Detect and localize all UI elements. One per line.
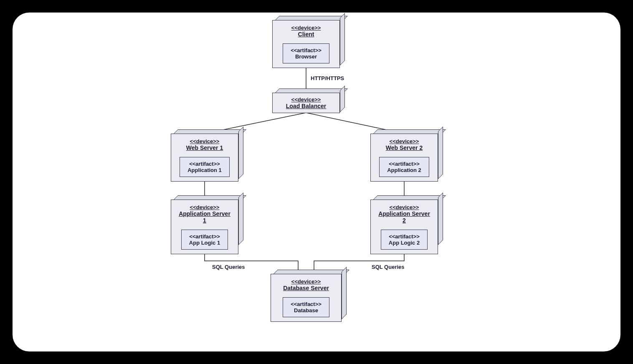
client-artifact: <<artifact>> Browser: [283, 43, 329, 63]
db-stereotype: <<device>>: [278, 278, 334, 285]
web2-name: Web Server 2: [377, 144, 431, 151]
app1-artifact-stereotype: <<artifact>>: [189, 233, 220, 240]
node-web-server-1: <<device>> Web Server 1 <<artifact>> App…: [171, 134, 238, 182]
app1-name: Application Server 1: [178, 210, 231, 224]
app2-artifact-stereotype: <<artifact>>: [389, 233, 420, 240]
node-client: <<device>> Client <<artifact>> Browser: [272, 20, 340, 68]
db-name: Database Server: [278, 285, 334, 291]
web1-artifact-name: Application 1: [187, 167, 222, 173]
db-artifact-name: Database: [291, 307, 322, 313]
node-load-balancer: <<device>> Load Balancer: [272, 93, 340, 113]
node-app-server-2: <<device>> Application Server 2 <<artifa…: [370, 200, 438, 254]
client-artifact-stereotype: <<artifact>>: [291, 47, 322, 53]
lb-stereotype: <<device>>: [281, 96, 331, 103]
client-stereotype: <<device>>: [279, 25, 333, 31]
app2-name: Application Server 2: [377, 210, 431, 224]
app2-artifact-name: App Logic 2: [389, 240, 420, 246]
web1-stereotype: <<device>>: [178, 138, 231, 144]
db-artifact: <<artifact>> Database: [283, 297, 329, 317]
app1-artifact: <<artifact>> App Logic 1: [181, 230, 228, 250]
web2-artifact-stereotype: <<artifact>>: [387, 161, 421, 167]
edge-label-sql1: SQL Queries: [212, 264, 245, 270]
web2-artifact: <<artifact>> Application 2: [379, 157, 429, 177]
diagram-canvas: HTTP/HTTPS SQL Queries SQL Queries <<dev…: [13, 13, 620, 351]
client-artifact-name: Browser: [291, 53, 322, 60]
edge-label-http: HTTP/HTTPS: [311, 75, 344, 81]
lb-name: Load Balancer: [281, 103, 331, 109]
node-app-server-1: <<device>> Application Server 1 <<artifa…: [171, 200, 238, 254]
edge-label-sql2: SQL Queries: [372, 264, 405, 270]
db-artifact-stereotype: <<artifact>>: [291, 301, 322, 307]
web1-name: Web Server 1: [178, 144, 231, 151]
web2-stereotype: <<device>>: [377, 138, 431, 144]
node-web-server-2: <<device>> Web Server 2 <<artifact>> App…: [370, 134, 438, 182]
web2-artifact-name: Application 2: [387, 167, 421, 173]
client-name: Client: [279, 31, 333, 38]
app2-artifact: <<artifact>> App Logic 2: [381, 230, 428, 250]
node-database-server: <<device>> Database Server <<artifact>> …: [271, 274, 342, 322]
app1-stereotype: <<device>>: [178, 204, 231, 210]
app1-artifact-name: App Logic 1: [189, 240, 220, 246]
web1-artifact-stereotype: <<artifact>>: [187, 161, 222, 167]
web1-artifact: <<artifact>> Application 1: [180, 157, 230, 177]
app2-stereotype: <<device>>: [377, 204, 431, 210]
